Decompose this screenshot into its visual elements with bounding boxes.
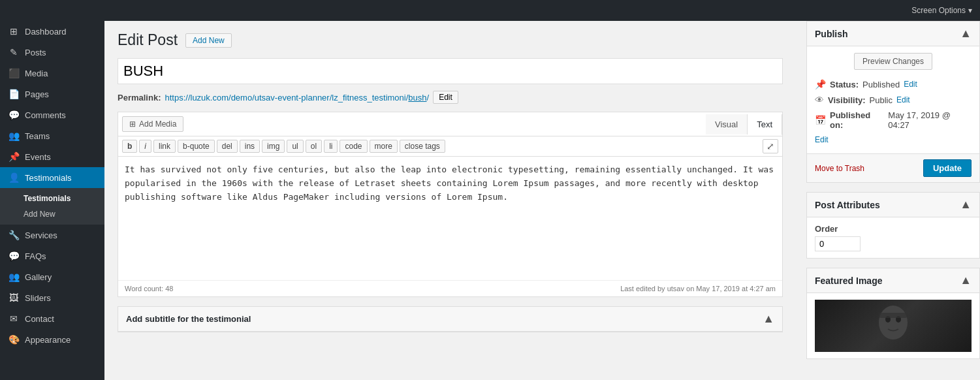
appearance-icon: 🎨	[8, 334, 20, 345]
contact-icon: ✉	[8, 313, 20, 324]
featured-image-body	[807, 293, 979, 358]
sidebar-item-posts[interactable]: ✎ Posts	[0, 42, 104, 63]
status-icon: 📌	[815, 79, 826, 89]
order-input[interactable]	[815, 236, 861, 251]
update-button[interactable]: Update	[923, 159, 972, 177]
code-button[interactable]: code	[340, 140, 367, 153]
post-attributes-body: Order	[807, 217, 979, 258]
sidebar-item-label: Contact	[25, 314, 54, 324]
sidebar-item-label: Testimonials	[25, 173, 72, 183]
post-title-input[interactable]	[118, 58, 783, 84]
sidebar-item-gallery[interactable]: 👥 Gallery	[0, 266, 104, 287]
publish-status-row: 📌 Status: Published Edit	[815, 76, 972, 92]
sidebar-item-media[interactable]: ⬛ Media	[0, 63, 104, 84]
visibility-edit-link[interactable]: Edit	[896, 95, 910, 104]
page-header: Edit Post Add New	[118, 31, 783, 49]
sidebar-item-teams[interactable]: 👥 Teams	[0, 125, 104, 146]
pages-icon: 📄	[8, 89, 20, 99]
face-placeholder-svg	[867, 300, 919, 352]
sidebar-item-label: Dashboard	[25, 27, 67, 37]
post-attributes-box: Post Attributes ▲ Order	[806, 192, 980, 259]
preview-changes-button[interactable]: Preview Changes	[854, 53, 932, 70]
date-edit-link[interactable]: Edit	[815, 135, 829, 144]
permalink-label: Permalink:	[118, 93, 161, 103]
editor-toolbar-top: ⊞ Add Media Visual Text	[118, 112, 782, 136]
last-edited: Last edited by utsav on May 17, 2019 at …	[620, 285, 776, 293]
sidebar-item-label: Comments	[25, 110, 66, 120]
featured-image-inner	[815, 300, 972, 352]
publish-box-title: Publish	[815, 29, 848, 39]
edit-permalink-button[interactable]: Edit	[433, 91, 458, 104]
screen-options-button[interactable]: Screen Options ▾	[911, 6, 972, 15]
dashboard-icon: ⊞	[8, 26, 20, 37]
services-icon: 🔧	[8, 230, 20, 240]
status-edit-link[interactable]: Edit	[904, 80, 917, 89]
sidebar: ⊞ Dashboard ✎ Posts ⬛ Media 📄 Pages 💬 Co…	[0, 21, 104, 380]
publish-toggle-icon: ▲	[960, 27, 972, 40]
publish-box-body: Preview Changes 📌 Status: Published Edit…	[807, 46, 979, 153]
publish-date-edit-row: Edit	[815, 133, 972, 147]
tab-visual[interactable]: Visual	[706, 114, 748, 135]
visibility-icon: 👁	[815, 95, 824, 105]
sidebar-sub-add-new[interactable]: Add New	[0, 206, 104, 222]
svg-rect-3	[879, 313, 908, 318]
close-tags-button[interactable]: close tags	[400, 140, 445, 153]
sidebar-sub-testimonials-list[interactable]: Testimonials	[0, 191, 104, 206]
add-new-button[interactable]: Add New	[185, 33, 232, 48]
post-attributes-header[interactable]: Post Attributes ▲	[807, 193, 979, 217]
move-to-trash-link[interactable]: Move to Trash	[815, 164, 864, 173]
events-icon: 📌	[8, 151, 20, 162]
metabox-title: Add subtitle for the testimonial	[126, 314, 251, 324]
date-icon: 📅	[815, 115, 826, 125]
sidebar-item-label: FAQs	[25, 251, 46, 261]
img-button[interactable]: img	[262, 140, 285, 153]
gallery-icon: 👥	[8, 272, 20, 282]
sub-item-label: Testimonials	[24, 194, 71, 203]
faqs-icon: 💬	[8, 251, 20, 261]
svg-point-0	[879, 306, 908, 340]
ins-button[interactable]: ins	[240, 140, 260, 153]
sidebar-item-sliders[interactable]: 🖼 Sliders	[0, 287, 104, 308]
tab-text[interactable]: Text	[748, 114, 782, 135]
right-sidebar: Publish ▲ Preview Changes 📌 Status: Publ…	[796, 21, 980, 380]
sidebar-item-pages[interactable]: 📄 Pages	[0, 84, 104, 104]
publish-footer: Move to Trash Update	[807, 153, 979, 182]
page-title: Edit Post	[118, 31, 178, 49]
posts-icon: ✎	[8, 47, 20, 57]
more-button[interactable]: more	[370, 140, 398, 153]
sliders-icon: 🖼	[8, 293, 20, 303]
sidebar-item-events[interactable]: 📌 Events	[0, 146, 104, 167]
fullscreen-button[interactable]: ⤢	[763, 139, 778, 153]
sidebar-item-contact[interactable]: ✉ Contact	[0, 308, 104, 329]
link-button[interactable]: link	[153, 140, 176, 153]
bold-button[interactable]: b	[122, 140, 137, 153]
sidebar-item-appearance[interactable]: 🎨 Appearance	[0, 329, 104, 350]
sidebar-item-label: Pages	[25, 89, 49, 99]
bquote-button[interactable]: b-quote	[178, 140, 215, 153]
featured-image-preview[interactable]	[815, 300, 972, 352]
post-content-editor[interactable]: It has survived not only five centuries,…	[118, 157, 782, 278]
sidebar-item-testimonials[interactable]: 👤 Testimonials	[0, 167, 104, 188]
attributes-toggle-icon: ▲	[960, 198, 972, 212]
italic-button[interactable]: i	[139, 140, 151, 153]
screen-options-arrow: ▾	[968, 6, 972, 15]
permalink-url[interactable]: https://luzuk.com/demo/utsav-event-plann…	[165, 93, 429, 103]
sidebar-item-faqs[interactable]: 💬 FAQs	[0, 245, 104, 266]
sidebar-item-services[interactable]: 🔧 Services	[0, 225, 104, 245]
sidebar-item-comments[interactable]: 💬 Comments	[0, 104, 104, 125]
sidebar-item-label: Teams	[25, 131, 50, 141]
add-media-button[interactable]: ⊞ Add Media	[122, 116, 183, 132]
featured-image-box: Featured Image ▲	[806, 268, 980, 359]
comments-icon: 💬	[8, 110, 20, 120]
sidebar-item-dashboard[interactable]: ⊞ Dashboard	[0, 21, 104, 42]
teams-icon: 👥	[8, 131, 20, 141]
ul-button[interactable]: ul	[287, 140, 303, 153]
metabox-header[interactable]: Add subtitle for the testimonial ▲	[118, 307, 782, 332]
sidebar-item-label: Media	[25, 69, 48, 78]
del-button[interactable]: del	[217, 140, 238, 153]
featured-image-header[interactable]: Featured Image ▲	[807, 268, 979, 293]
content-area: Edit Post Add New Permalink: https://luz…	[104, 21, 796, 380]
li-button[interactable]: li	[324, 140, 338, 153]
publish-box-header[interactable]: Publish ▲	[807, 22, 979, 46]
ol-button[interactable]: ol	[306, 140, 322, 153]
